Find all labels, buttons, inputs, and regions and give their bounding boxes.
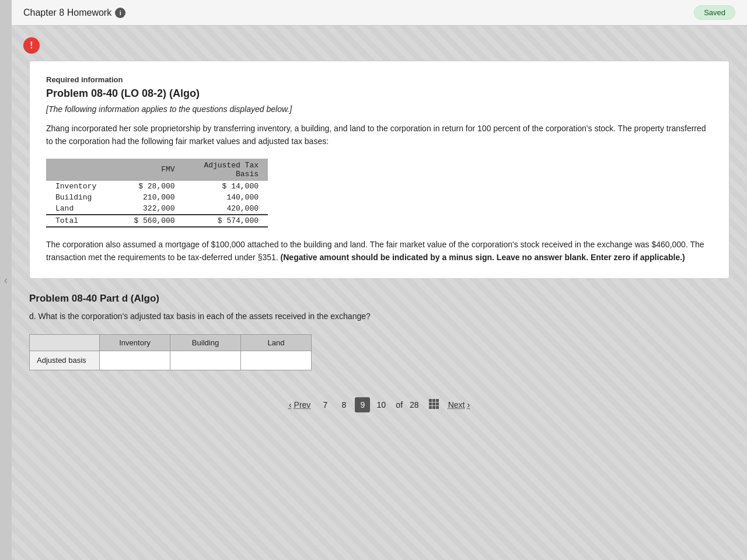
row-label-building: Building (46, 192, 116, 203)
svg-rect-2 (436, 399, 439, 402)
col-header-inventory: Inventory (100, 334, 170, 351)
page-7[interactable]: 7 (317, 397, 333, 412)
inventory-cell[interactable] (100, 351, 170, 370)
grid-icon[interactable] (428, 398, 439, 411)
problem-subtitle: [The following information applies to th… (46, 104, 713, 114)
next-button[interactable]: Next › (448, 400, 470, 410)
table-row: Building 210,000 140,000 (46, 192, 268, 203)
prev-button[interactable]: ‹ Prev (289, 400, 310, 410)
header-title-area: Chapter 8 Homework i (23, 8, 125, 18)
problem-title: Problem 08-40 (LO 08-2) (Algo) (46, 88, 713, 100)
page-title: Chapter 8 Homework (23, 8, 111, 18)
table-row: Land 322,000 420,000 (46, 203, 268, 215)
land-input[interactable] (241, 351, 311, 370)
answer-table: Inventory Building Land Adjusted basis (29, 334, 312, 370)
bottom-nav: ‹ Prev 7 8 9 10 of 28 (29, 388, 729, 430)
prev-chevron: ‹ (289, 400, 292, 410)
svg-rect-0 (429, 399, 432, 402)
row-basis-total: $ 574,000 (184, 215, 268, 227)
top-bar: Chapter 8 Homework i Saved (12, 0, 747, 26)
row-basis-inventory: $ 14,000 (184, 181, 268, 192)
svg-rect-7 (432, 406, 435, 409)
row-fmv-inventory: $ 28,000 (116, 181, 184, 192)
row-fmv-land: 322,000 (116, 203, 184, 215)
next-chevron: › (467, 400, 470, 410)
table-row: Inventory $ 28,000 $ 14,000 (46, 181, 268, 192)
total-pages: 28 (410, 400, 419, 410)
row-fmv-building: 210,000 (116, 192, 184, 203)
prev-label: Prev (294, 400, 311, 410)
answer-table-wrapper: Inventory Building Land Adjusted basis (29, 334, 729, 370)
row-label-land: Land (46, 203, 116, 215)
col-header-fmv: FMV (116, 159, 184, 181)
col-header-label (46, 159, 116, 181)
svg-rect-4 (432, 402, 435, 405)
table-row-total: Total $ 560,000 $ 574,000 (46, 215, 268, 227)
col-header-land: Land (241, 334, 312, 351)
alert-icon: ! (23, 37, 40, 54)
building-input[interactable] (170, 351, 240, 370)
next-label: Next (448, 400, 465, 410)
saved-badge: Saved (694, 5, 735, 20)
data-table: FMV Adjusted TaxBasis Inventory $ 28,000… (46, 159, 268, 228)
inventory-input[interactable] (100, 351, 170, 370)
row-basis-land: 420,000 (184, 203, 268, 215)
row-fmv-total: $ 560,000 (116, 215, 184, 227)
col-empty-header (30, 334, 100, 351)
building-cell[interactable] (170, 351, 241, 370)
page-numbers: 7 8 9 10 (317, 397, 389, 412)
svg-rect-6 (429, 406, 432, 409)
of-label: of (396, 400, 403, 410)
problem-paragraph: Zhang incorporated her sole proprietorsh… (46, 122, 713, 148)
col-header-building: Building (170, 334, 241, 351)
row-label-inventory: Inventory (46, 181, 116, 192)
info-icon[interactable]: i (115, 8, 125, 18)
answer-row-label: Adjusted basis (30, 351, 100, 370)
page-8[interactable]: 8 (336, 397, 351, 412)
page-10[interactable]: 10 (374, 397, 389, 412)
svg-rect-1 (432, 399, 435, 402)
required-info-label: Required information (46, 75, 713, 84)
row-basis-building: 140,000 (184, 192, 268, 203)
svg-rect-3 (429, 402, 432, 405)
svg-rect-8 (436, 406, 439, 409)
note-bold: (Negative amount should be indicated by … (281, 253, 685, 262)
col-header-basis: Adjusted TaxBasis (184, 159, 268, 181)
row-label-total: Total (46, 215, 116, 227)
info-box: Required information Problem 08-40 (LO 0… (29, 61, 729, 279)
part-d-question: d. What is the corporation's adjusted ta… (29, 310, 729, 323)
page-9[interactable]: 9 (355, 397, 370, 412)
land-cell[interactable] (241, 351, 312, 370)
left-sidebar-arrow[interactable]: ‹ (4, 274, 8, 286)
part-d-section: Problem 08-40 Part d (Algo) d. What is t… (29, 293, 729, 370)
answer-table-row: Adjusted basis (30, 351, 312, 370)
note-text: The corporation also assumed a mortgage … (46, 238, 713, 264)
svg-rect-5 (436, 402, 439, 405)
part-d-title: Problem 08-40 Part d (Algo) (29, 293, 729, 304)
